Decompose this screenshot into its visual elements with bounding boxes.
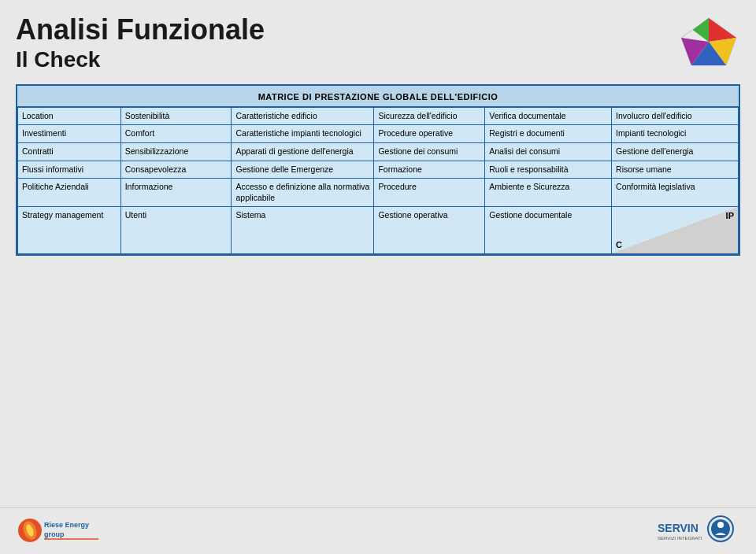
cell-1-1: Location [18, 107, 121, 125]
cell-5-2: Informazione [120, 179, 232, 207]
cell-5-5: Ambiente e Sicurezza [485, 179, 612, 207]
cell-4-1: Flussi informativi [18, 161, 121, 179]
cell-3-5: Analisi dei consumi [485, 142, 612, 161]
cell-2-3: Caratteristiche impianti tecnologici [232, 125, 374, 143]
matrix-title: MATRICE DI PRESTAZIONE GLOBALE DELL'EDIF… [258, 92, 498, 102]
cell-2-5: Registri e documenti [485, 125, 612, 143]
cell-6-2: Utenti [120, 207, 232, 254]
table-row: Politiche Aziendali Informazione Accesso… [18, 179, 739, 207]
svg-marker-1 [709, 18, 736, 42]
right-logo-area: SERVIN SERVIZI INTEGRATI [654, 512, 740, 550]
cell-6-6-top: IP [726, 210, 734, 221]
riese-energy-logo-icon: Riese Energy group [16, 513, 102, 548]
cell-5-3: Accesso e definizione alla normativa app… [232, 179, 374, 207]
matrix-table: Location Sostenibilità Caratteristiche e… [17, 107, 739, 255]
cell-2-4: Procedure operative [374, 125, 485, 143]
cell-1-2: Sostenibilità [120, 107, 232, 125]
cell-5-1: Politiche Aziendali [18, 179, 121, 207]
svg-text:SERVIZI INTEGRATI: SERVIZI INTEGRATI [658, 536, 702, 541]
footer-bar: Riese Energy group SERVIN SERVIZI INTEGR… [0, 507, 756, 554]
cell-6-6: IP C [612, 207, 739, 254]
table-row: Flussi informativi Consapevolezza Gestio… [18, 161, 739, 179]
cell-3-1: Contratti [18, 142, 121, 161]
cell-6-4: Gestione operativa [374, 207, 485, 254]
title-block: Analisi Funzionale Il Check [16, 14, 265, 72]
cell-6-6-bottom: C [616, 239, 622, 250]
cell-1-6: Involucro dell'edificio [612, 107, 739, 125]
page-container: Analisi Funzionale Il Check MATRICE DI P… [0, 0, 756, 554]
cell-1-3: Caratteristiche edificio [232, 107, 374, 125]
cell-5-6: Conformità legislativa [612, 179, 739, 207]
cell-2-2: Comfort [120, 125, 232, 143]
cell-4-5: Ruoli e responsabilità [485, 161, 612, 179]
table-row: Contratti Sensibilizzazione Apparati di … [18, 142, 739, 161]
left-logo-area: Riese Energy group [16, 513, 102, 548]
cell-2-6: Impianti tecnologici [612, 125, 739, 143]
cell-6-5: Gestione documentale [485, 207, 612, 254]
cell-6-1: Strategy management [18, 207, 121, 254]
cell-6-3: Sistema [232, 207, 374, 254]
content-area: MATRICE DI PRESTAZIONE GLOBALE DELL'EDIF… [0, 80, 756, 264]
table-row: Strategy management Utenti Sistema Gesti… [18, 207, 739, 254]
cell-3-3: Apparati di gestione dell'energia [232, 142, 374, 161]
cell-3-6: Gestione dell'energia [612, 142, 739, 161]
matrix-header-row: MATRICE DI PRESTAZIONE GLOBALE DELL'EDIF… [17, 86, 739, 107]
cell-1-5: Verifica documentale [485, 107, 612, 125]
table-row: Investimenti Comfort Caratteristiche imp… [18, 125, 739, 143]
cell-4-3: Gestione delle Emergenze [232, 161, 374, 179]
cell-2-1: Investimenti [18, 125, 121, 143]
cell-1-4: Sicurezza dell'edificio [374, 107, 485, 125]
cell-4-4: Formazione [374, 161, 485, 179]
svg-text:Riese Energy: Riese Energy [44, 521, 89, 529]
cell-4-2: Consapevolezza [120, 161, 232, 179]
svg-text:group: group [44, 530, 65, 538]
servin-logo-icon: SERVIN SERVIZI INTEGRATI [654, 512, 740, 547]
cell-3-2: Sensibilizzazione [120, 142, 232, 161]
table-row: Location Sostenibilità Caratteristiche e… [18, 107, 739, 125]
svg-text:SERVIN: SERVIN [658, 522, 699, 534]
cell-4-6: Risorse umane [612, 161, 739, 179]
header: Analisi Funzionale Il Check [0, 0, 756, 80]
sub-title: Il Check [16, 47, 265, 72]
svg-marker-6 [693, 18, 709, 42]
matrix-container: MATRICE DI PRESTAZIONE GLOBALE DELL'EDIF… [16, 84, 740, 257]
cell-3-4: Gestione dei consumi [374, 142, 485, 161]
main-title: Analisi Funzionale [16, 14, 265, 46]
cell-5-4: Procedure [374, 179, 485, 207]
svg-point-15 [717, 522, 724, 528]
pentagon-logo-icon [677, 14, 740, 69]
